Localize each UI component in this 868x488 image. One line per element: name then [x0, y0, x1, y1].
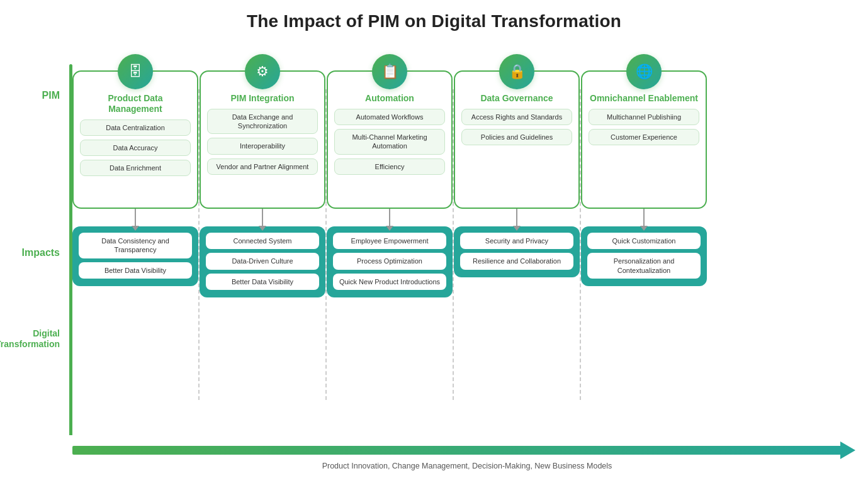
- horizontal-arrow-line: [72, 446, 840, 455]
- icon-pim-integration: ⚙: [245, 54, 280, 89]
- pim-item-product-data-management-1: Data Accuracy: [80, 140, 191, 156]
- down-arrow-data-governance: [516, 209, 517, 226]
- pim-items-omnichannel-enablement: Multichannel PublishiingCustomer Experie…: [589, 109, 699, 146]
- dt-item-pim-integration-0: Connected System: [206, 233, 319, 249]
- top-card-data-governance: 🔒Data GovernanceAccess Rights and Standa…: [454, 70, 580, 209]
- top-card-automation: 📋AutomationAutomated WorkflowsMulti-Chan…: [327, 70, 453, 209]
- full-diagram: PIM Impacts DigitalTransformation 🗄Produ…: [0, 45, 868, 473]
- bottom-card-omnichannel-enablement: Quick CustomizationPersonalization and C…: [581, 226, 707, 286]
- pim-item-product-data-management-0: Data Centralization: [80, 119, 191, 136]
- column-product-data-management: 🗄Product Data ManagementData Centralizat…: [72, 70, 198, 438]
- pim-item-pim-integration-2: Vendor and Partner Alignment: [207, 158, 318, 175]
- pim-item-data-governance-1: Policies and Guidelines: [461, 129, 572, 145]
- card-title-automation: Automation: [365, 93, 414, 104]
- columns-container: 🗄Product Data ManagementData Centralizat…: [72, 45, 862, 438]
- top-card-product-data-management: 🗄Product Data ManagementData Centralizat…: [72, 70, 198, 209]
- down-arrow-omnichannel-enablement: [643, 209, 645, 226]
- left-axis: PIM Impacts DigitalTransformation: [6, 45, 72, 473]
- pim-item-pim-integration-0: Data Exchange and Synchronization: [207, 109, 318, 135]
- dt-item-omnichannel-enablement-1: Personalization and Contextualization: [587, 253, 701, 279]
- top-card-omnichannel-enablement: 🌐Omnichannel EnablementMultichannel Publ…: [581, 70, 707, 209]
- pim-items-automation: Automated WorkflowsMulti-Channel Marketi…: [334, 109, 445, 175]
- dt-item-automation-0: Employee Empowerment: [333, 233, 446, 249]
- pim-item-omnichannel-enablement-0: Multichannel Publishiing: [589, 109, 699, 125]
- card-title-pim-integration: PIM Integration: [230, 93, 294, 104]
- pim-item-automation-2: Efficiency: [334, 158, 445, 175]
- icon-data-governance: 🔒: [499, 54, 534, 89]
- dt-item-pim-integration-2: Better Data Visibility: [206, 274, 319, 290]
- icon-omnichannel-enablement: 🌐: [626, 54, 662, 89]
- pim-item-product-data-management-2: Data Enrichment: [80, 160, 191, 176]
- card-title-omnichannel-enablement: Omnichannel Enablement: [590, 93, 698, 104]
- pim-item-automation-0: Automated Workflows: [334, 109, 445, 125]
- dt-item-automation-1: Process Optimization: [333, 253, 446, 269]
- column-data-governance: 🔒Data GovernanceAccess Rights and Standa…: [454, 70, 580, 438]
- pim-item-pim-integration-1: Interoperability: [207, 138, 318, 154]
- icon-automation: 📋: [372, 54, 407, 89]
- down-arrow-pim-integration: [262, 209, 263, 226]
- card-title-data-governance: Data Governance: [480, 93, 553, 104]
- bottom-card-pim-integration: Connected SystemData-Driven CultureBette…: [200, 226, 325, 297]
- pim-item-omnichannel-enablement-1: Customer Experience: [589, 129, 699, 145]
- page-title: The Impact of PIM on Digital Transformat…: [247, 11, 621, 31]
- icon-product-data-management: 🗄: [118, 54, 153, 89]
- impacts-label: Impacts: [22, 247, 60, 258]
- main-container: The Impact of PIM on Digital Transformat…: [0, 0, 868, 488]
- content-area: 🗄Product Data ManagementData Centralizat…: [72, 45, 862, 473]
- column-pim-integration: ⚙PIM IntegrationData Exchange and Synchr…: [200, 70, 325, 438]
- horizontal-arrow-head: [840, 441, 855, 459]
- bottom-card-product-data-management: Data Consistency and TransparencyBetter …: [72, 226, 198, 286]
- down-arrow-automation: [389, 209, 390, 226]
- dt-item-product-data-management-1: Better Data Visibility: [79, 262, 192, 279]
- dt-item-data-governance-0: Security and Privacy: [460, 233, 573, 249]
- bottom-card-automation: Employee EmpowermentProcess Optimization…: [327, 226, 453, 297]
- dt-item-automation-2: Quick New Product Introductions: [333, 274, 446, 290]
- pim-item-data-governance-0: Access Rights and Standards: [461, 109, 572, 125]
- dt-item-data-governance-1: Resilience and Collaboration: [460, 253, 573, 269]
- pim-items-pim-integration: Data Exchange and SynchronizationInterop…: [207, 109, 318, 175]
- bottom-card-data-governance: Security and PrivacyResilience and Colla…: [454, 226, 580, 277]
- card-title-product-data-management: Product Data Management: [80, 93, 191, 114]
- down-arrow-product-data-management: [135, 209, 136, 226]
- column-omnichannel-enablement: 🌐Omnichannel EnablementMultichannel Publ…: [581, 70, 707, 438]
- bottom-arrow-area: [72, 441, 862, 459]
- digital-transformation-label: DigitalTransformation: [0, 328, 60, 350]
- pim-items-data-governance: Access Rights and StandardsPolicies and …: [461, 109, 572, 146]
- column-automation: 📋AutomationAutomated WorkflowsMulti-Chan…: [327, 70, 453, 438]
- dt-item-pim-integration-1: Data-Driven Culture: [206, 253, 319, 269]
- pim-items-product-data-management: Data CentralizationData AccuracyData Enr…: [80, 119, 191, 177]
- dt-item-product-data-management-0: Data Consistency and Transparency: [79, 233, 192, 258]
- top-card-pim-integration: ⚙PIM IntegrationData Exchange and Synchr…: [200, 70, 325, 209]
- bottom-text: Product Innovation, Change Management, D…: [72, 462, 862, 473]
- dt-item-omnichannel-enablement-0: Quick Customization: [587, 233, 701, 249]
- pim-label: PIM: [42, 89, 60, 101]
- pim-item-automation-1: Multi-Channel Marketing Automation: [334, 129, 445, 155]
